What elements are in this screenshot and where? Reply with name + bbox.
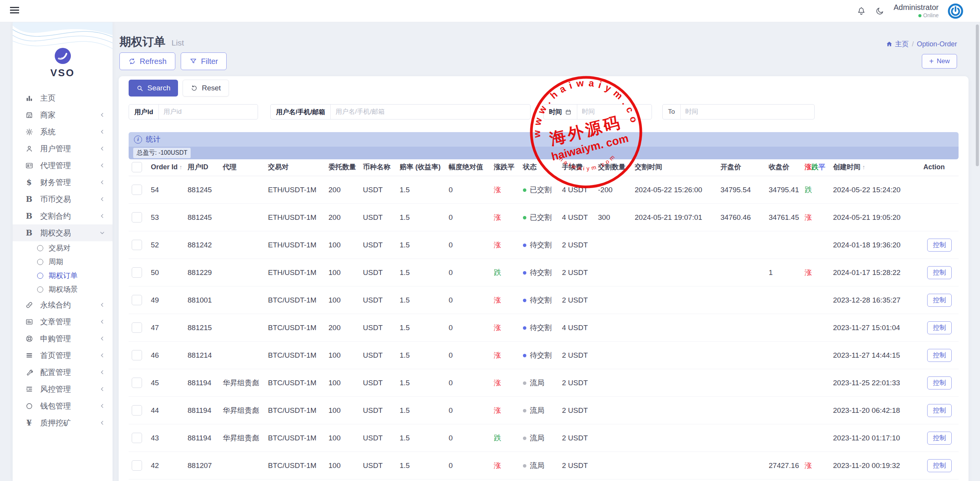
sidebar-item-钱包管理[interactable]: 钱包管理 [13, 398, 113, 414]
sidebar-item-系统[interactable]: 系统 [13, 123, 113, 140]
scrollbar-thumb[interactable] [976, 25, 979, 166]
sidebar-item-风控管理[interactable]: 风控管理 [13, 381, 113, 398]
cell-open-price [717, 286, 766, 314]
sidebar-item-期权交易[interactable]: B期权交易 [13, 224, 113, 241]
sidebar-subitem-期权订单[interactable]: 期权订单 [13, 269, 113, 283]
sidebar-item-商家[interactable]: 商家 [13, 106, 113, 123]
row-checkbox[interactable] [132, 433, 142, 443]
sidebar-menu: 主页商家系统用户管理代理管理$财务管理B币币交易B交割合约B期权交易交易对周期期… [13, 85, 113, 431]
row-checkbox[interactable] [132, 350, 142, 360]
table-header-row: Order Id↑用户ID代理交易对委托数量币种名称赔率 (收益率)幅度绝对值涨… [129, 158, 959, 176]
sidebar-item-配置管理[interactable]: 配置管理 [13, 364, 113, 381]
new-button[interactable]: + New [922, 54, 957, 69]
column-header-Order Id[interactable]: Order Id↑ [148, 158, 185, 176]
control-button[interactable]: 控制 [927, 349, 952, 362]
cell-open-price [717, 424, 766, 452]
reset-button[interactable]: Reset [183, 80, 229, 97]
cell-agent [220, 259, 265, 286]
control-button[interactable]: 控制 [927, 239, 952, 252]
cell-qty: 100 [325, 424, 360, 452]
stats-title: 统计 [146, 134, 160, 144]
cell-delivery-time [632, 259, 717, 286]
cell-close-price [766, 231, 802, 259]
time-to-input[interactable] [681, 105, 814, 119]
notifications-bell-icon[interactable] [857, 7, 866, 16]
row-checkbox[interactable] [132, 295, 142, 305]
status-dot-icon [523, 271, 526, 275]
cell-direction: 跌 [491, 424, 520, 452]
sidebar-item-用户管理[interactable]: 用户管理 [13, 140, 113, 157]
control-button[interactable]: 控制 [927, 404, 952, 417]
user-id-input[interactable] [159, 105, 258, 119]
row-checkbox[interactable] [132, 460, 142, 471]
column-header-创建时间[interactable]: 创建时间↑ [830, 158, 920, 176]
control-button[interactable]: 控制 [927, 376, 952, 389]
sidebar-item-代理管理[interactable]: 代理管理 [13, 157, 113, 174]
cell-fee: 2 USDT [559, 452, 595, 479]
cell-user-id: 881194 [185, 424, 220, 452]
cell-delivery-qty [595, 369, 632, 397]
row-checkbox[interactable] [132, 240, 142, 250]
user-id-label: 用户Id [129, 105, 159, 119]
sidebar-item-首页管理[interactable]: 首页管理 [13, 347, 113, 364]
sidebar-item-主页[interactable]: 主页 [13, 90, 113, 106]
table-row-order-47: 47881215BTC/USDT-1M200USDT1.50涨待交割4 USDT… [129, 314, 959, 342]
cell-fee: 2 USDT [559, 342, 595, 369]
sidebar-subitem-期权场景[interactable]: 期权场景 [13, 283, 113, 296]
sidebar-item-交割合约[interactable]: B交割合约 [13, 208, 113, 224]
select-all-checkbox[interactable] [132, 162, 142, 172]
sort-arrow-icon[interactable]: ↑ [862, 164, 865, 170]
sidebar-item-label: 系统 [40, 127, 56, 137]
status-dot-icon [523, 437, 526, 440]
status-dot-icon [523, 464, 526, 468]
time-from-input[interactable] [577, 105, 652, 119]
cell-result [802, 314, 830, 342]
control-button[interactable]: 控制 [927, 432, 952, 445]
row-checkbox[interactable] [132, 405, 142, 416]
sidebar-item-币币交易[interactable]: B币币交易 [13, 191, 113, 208]
row-checkbox[interactable] [132, 185, 142, 195]
cell-pair: BTC/USDT-1M [265, 369, 325, 397]
user-avatar[interactable] [948, 3, 963, 19]
sidebar-item-文章管理[interactable]: 文章管理 [13, 313, 113, 330]
sort-arrow-icon[interactable]: ↑ [179, 164, 182, 170]
status-dot-icon [523, 216, 526, 219]
row-checkbox[interactable] [132, 267, 142, 278]
row-checkbox[interactable] [132, 378, 142, 388]
user-menu[interactable]: Administrator Online [893, 3, 939, 19]
sidebar-item-申购管理[interactable]: 申购管理 [13, 330, 113, 347]
control-button[interactable]: 控制 [927, 459, 952, 472]
cell-order-id: 54 [148, 176, 185, 204]
row-checkbox[interactable] [132, 322, 142, 333]
refresh-button[interactable]: Refresh [119, 52, 175, 70]
sidebar-item-label: 永续合约 [40, 300, 71, 310]
cell-delivery-time [632, 424, 717, 452]
sidebar-subitem-周期[interactable]: 周期 [13, 255, 113, 269]
chevron-left-icon [100, 319, 105, 324]
sidebar-item-label: 币币交易 [40, 194, 71, 205]
control-button[interactable]: 控制 [927, 294, 952, 307]
cell-action: 控制 [920, 342, 959, 369]
column-header-交割数量: 交割数量 [595, 158, 632, 176]
menu-toggle-icon[interactable] [10, 7, 19, 15]
column-header-Action: Action [920, 158, 959, 176]
cell-open-price: 34795.54 [717, 176, 766, 204]
dark-mode-moon-icon[interactable] [875, 7, 884, 16]
control-button[interactable]: 控制 [927, 266, 952, 279]
search-button[interactable]: Search [129, 80, 178, 97]
row-checkbox[interactable] [132, 212, 142, 223]
breadcrumb-home[interactable]: 主页 [886, 39, 909, 49]
cell-pair: BTC/USDT-1M [265, 314, 325, 342]
cell-direction: 涨 [491, 342, 520, 369]
filter-button[interactable]: Filter [181, 52, 227, 70]
cell-open-price [717, 342, 766, 369]
sidebar-item-财务管理[interactable]: $财务管理 [13, 174, 113, 191]
username-input[interactable] [331, 105, 530, 119]
sidebar-item-label: 主页 [40, 93, 56, 103]
control-button[interactable]: 控制 [927, 321, 952, 334]
cell-close-price: 1 [766, 259, 802, 286]
sidebar-item-永续合约[interactable]: 永续合约 [13, 296, 113, 313]
sidebar-subitem-交易对[interactable]: 交易对 [13, 241, 113, 255]
sidebar-item-质押挖矿[interactable]: ¥质押挖矿 [13, 414, 113, 431]
cell-close-price [766, 397, 802, 424]
